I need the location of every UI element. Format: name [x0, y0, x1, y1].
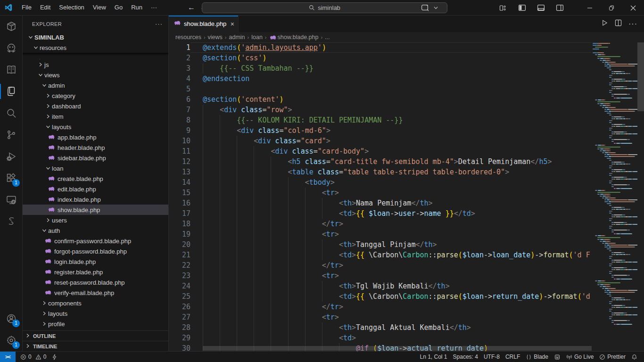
line-number: 14 — [169, 177, 190, 188]
folder-dashboard[interactable]: dashboard — [23, 101, 168, 111]
chevron-down-icon — [37, 73, 44, 77]
folder-auth[interactable]: auth — [23, 225, 168, 236]
folder-layouts[interactable]: layouts — [23, 122, 168, 132]
activity-stripe-icon[interactable] — [0, 211, 23, 232]
folder-layouts[interactable]: layouts — [23, 308, 168, 319]
problems-indicator[interactable]: 0 0 — [17, 352, 49, 362]
breadcrumb-item-resources[interactable]: resources — [175, 34, 201, 41]
file-show-blade-php[interactable]: show.blade.php — [23, 205, 168, 215]
status-notifications[interactable] — [628, 352, 640, 362]
file-header-blade-php[interactable]: header.blade.php — [23, 142, 168, 153]
activity-accounts-icon[interactable]: 1 — [0, 308, 23, 329]
folder-item[interactable]: item — [23, 111, 168, 122]
folder-siminlab[interactable]: SIMINLAB — [23, 32, 168, 42]
line-content: <tr> — [190, 271, 592, 281]
folder-resources[interactable]: resources — [23, 42, 168, 53]
folder-css[interactable]: css — [23, 56, 168, 59]
folder-admin[interactable]: admin — [23, 80, 168, 90]
run-code-icon[interactable] — [601, 19, 608, 28]
tab-close-icon[interactable]: × — [231, 20, 234, 28]
status-cursor-position[interactable]: Ln 1, Col 1 — [417, 352, 450, 362]
menu-file[interactable]: File — [17, 2, 36, 13]
toggle-primary-sidebar-icon[interactable] — [515, 1, 529, 15]
close-window-button[interactable] — [622, 0, 644, 16]
status-eol[interactable]: CRLF — [503, 352, 523, 362]
status-language-mode[interactable]: Blade — [523, 352, 551, 362]
activity-explorer-icon[interactable] — [0, 81, 23, 102]
file-register-blade-php[interactable]: register.blade.php — [23, 267, 168, 277]
activity-package-icon[interactable] — [0, 16, 23, 37]
breadcrumb-item-admin[interactable]: admin — [229, 34, 245, 41]
file-create-blade-php[interactable]: create.blade.php — [23, 173, 168, 184]
breadcrumb-item--[interactable]: ... — [325, 34, 330, 41]
folder-js[interactable]: js — [23, 59, 168, 70]
folder-components[interactable]: components — [23, 298, 168, 308]
status-go-live[interactable]: Go Live — [563, 352, 596, 362]
file-forgot-password-blade-php[interactable]: forgot-password.blade.php — [23, 246, 168, 256]
blade-file-icon — [44, 237, 52, 245]
split-editor-icon[interactable] — [615, 19, 622, 28]
section-outline[interactable]: OUTLINE — [23, 330, 168, 341]
minimap[interactable] — [592, 42, 637, 351]
activity-run-debug-icon[interactable] — [0, 146, 23, 167]
folder-loan[interactable]: loan — [23, 163, 168, 173]
folder-views[interactable]: views — [23, 70, 168, 80]
line-number: 17 — [169, 208, 190, 219]
code-editor[interactable]: 1@extends('admin.layouts.app')2@section(… — [169, 42, 592, 351]
blade-file-icon — [48, 154, 55, 162]
item-label: SIMINLAB — [34, 34, 64, 41]
status-indentation[interactable]: Spaces: 4 — [450, 352, 481, 362]
status-prettier[interactable]: Prettier — [596, 352, 628, 362]
back-arrow-icon[interactable]: ← — [188, 3, 195, 12]
activity-extensions-icon[interactable]: 1 — [0, 167, 23, 189]
file-index-blade-php[interactable]: index.blade.php — [23, 194, 168, 205]
menu-[interactable]: ··· — [147, 2, 161, 13]
breadcrumb-item-views[interactable]: views — [208, 34, 223, 41]
copilot-chevron-icon[interactable] — [432, 1, 439, 15]
restore-button[interactable] — [601, 0, 622, 16]
menu-edit[interactable]: Edit — [36, 2, 55, 13]
activity-search-icon[interactable] — [0, 102, 23, 124]
file-confirm-password-blade-php[interactable]: confirm-password.blade.php — [23, 236, 168, 246]
tab-show-blade-php[interactable]: show.blade.php × — [169, 16, 239, 32]
breadcrumb-item-loan[interactable]: loan — [251, 34, 263, 41]
vertical-scrollbar[interactable] — [637, 42, 644, 111]
bolt-status-icon[interactable] — [49, 352, 60, 362]
status-encoding[interactable]: UTF-8 — [481, 352, 503, 362]
file-reset-password-blade-php[interactable]: reset-password.blade.php — [23, 277, 168, 288]
activity-remote-explorer-icon[interactable] — [0, 189, 23, 211]
toggle-secondary-sidebar-icon[interactable] — [553, 1, 567, 15]
menu-go[interactable]: Go — [110, 2, 127, 13]
menu-run[interactable]: Run — [127, 2, 147, 13]
line-number: 15 — [169, 188, 190, 198]
customize-layout-icon[interactable] — [496, 1, 510, 15]
section-timeline[interactable]: TIMELINE — [23, 341, 168, 351]
horizontal-scrollbar[interactable] — [203, 346, 592, 351]
folder-profile[interactable]: profile — [23, 319, 168, 329]
item-label: resources — [40, 44, 66, 51]
activity-source-control-icon[interactable] — [0, 124, 23, 146]
remote-indicator[interactable]: >< — [0, 352, 16, 362]
line-content: <th>Tgl Wajib Kembali</th> — [190, 281, 592, 291]
menu-view[interactable]: View — [89, 2, 110, 13]
folder-users[interactable]: users — [23, 215, 168, 225]
command-center-search[interactable]: siminlab — [202, 2, 447, 13]
activity-github-icon[interactable] — [0, 37, 23, 59]
toggle-panel-icon[interactable] — [534, 1, 548, 15]
file-login-blade-php[interactable]: login.blade.php — [23, 256, 168, 267]
minimize-button[interactable] — [579, 0, 601, 16]
breadcrumb-item-show-blade-php[interactable]: show.blade.php — [269, 34, 319, 41]
menu-selection[interactable]: Selection — [55, 2, 88, 13]
file-verify-email-blade-php[interactable]: verify-email.blade.php — [23, 288, 168, 298]
status-ports[interactable] — [551, 352, 563, 362]
file-edit-blade-php[interactable]: edit.blade.php — [23, 184, 168, 194]
editor-more-actions-icon[interactable]: ··· — [628, 20, 637, 28]
activity-settings-icon[interactable]: 1 — [0, 329, 23, 351]
activity-book-icon[interactable] — [0, 59, 23, 81]
error-icon — [20, 354, 26, 360]
explorer-more-actions-icon[interactable]: ··· — [155, 20, 163, 27]
folder-category[interactable]: category — [23, 90, 168, 101]
file-sidebar-blade-php[interactable]: sidebar.blade.php — [23, 153, 168, 163]
copilot-icon[interactable] — [418, 1, 432, 15]
file-app-blade-php[interactable]: app.blade.php — [23, 132, 168, 142]
